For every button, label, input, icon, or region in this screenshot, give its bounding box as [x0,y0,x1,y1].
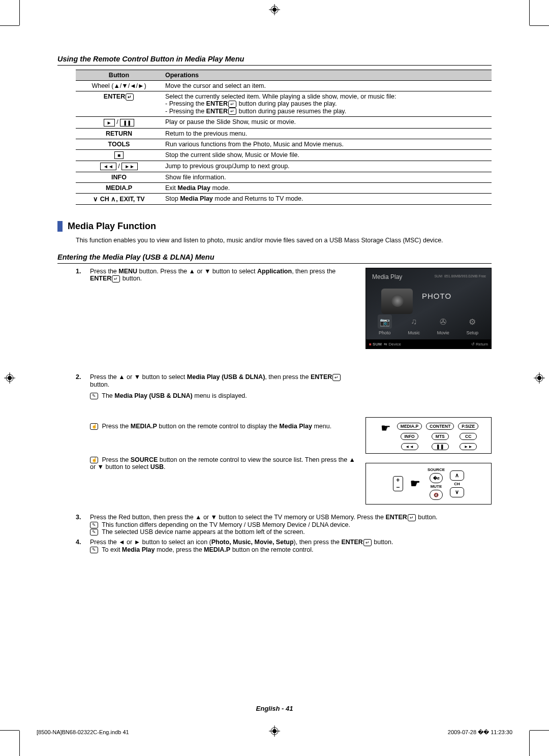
tv-bottom-right: ↺ Return [471,342,488,346]
psize-button: P.SIZE [458,423,478,430]
section2-desc: This function enables you to view and li… [76,237,492,244]
remote-diagram-2: +− ☛ SOURCE �đ MUTE 🔇 ∧ CH ∨ [365,463,492,505]
t: ENTER [341,539,362,546]
tv-icon-row: 📷Photo ♫Music ✇Movie ⚙Setup [366,314,491,335]
t: , then press the [265,373,311,381]
t: 851.86MB/993.02MB Free [444,274,486,278]
mute-button: 🔇 [430,490,443,500]
enter-icon: ↵ [228,101,236,108]
btn-cell: RETURN [76,128,162,139]
tv-thumbnail: Media Play SUM 851.86MB/993.02MB Free PH… [365,268,492,349]
tv-bottom-left: ■ SUM ⇆ Device [369,342,401,346]
volume-rocker: +− [393,476,403,491]
t: Press the [102,456,130,463]
t: To exit [102,546,122,553]
step-text: Press the MENU button. Press the ▲ or ▼ … [90,268,365,282]
t: mode, press the [155,546,204,553]
t: button. [372,539,393,546]
op-cell: Stop the current slide show, Music or Mo… [162,149,492,161]
cc-button: CC [460,433,477,440]
t: button on the remote control to display … [157,423,279,430]
stop-icon: ■ [114,151,124,159]
btn-cell: ■ [76,149,162,161]
enter-icon: ↵ [228,108,236,115]
ch-down-button: ∨ [450,487,464,497]
tip-icon: ☝ [90,457,98,463]
t: SOURCE [131,456,158,463]
step-num: 2. [76,373,90,381]
t: button. [90,381,109,388]
t: ), then press the [294,539,342,546]
crop-mark [19,0,20,25]
section2-header: Media Play Function [57,221,492,232]
mts-button: MTS [432,433,449,440]
t: Press the Red button, then press the ▲ o… [90,514,385,521]
ch-label: CH [454,482,460,486]
registration-mark-icon [534,372,545,384]
t: ENTER [385,514,407,521]
ff-button: ►► [460,443,477,450]
op-cell: Show file information. [162,172,492,183]
print-footer-left: [8500-NA]BN68-02322C-Eng.indb 41 [37,729,129,736]
t: button. Press the ▲ or ▼ button to selec… [137,268,257,275]
source-button: �đ [430,473,443,483]
op-cell: Move the cursor and select an item. [162,81,492,91]
t: . [164,463,165,470]
btn-cell: MEDIA.P [76,183,162,194]
step-num: 3. [76,514,90,521]
op-cell: Jump to previous group/Jump to next grou… [162,161,492,172]
op-cell: Stop Media Play mode and Returns to TV m… [162,194,492,205]
tv-icon-music: ♫Music [407,314,421,335]
t: Photo [379,330,391,335]
section3-title: Entering the Media Play (USB & DLNA) Men… [57,253,492,264]
note-icon: ✎ [90,547,98,553]
op-cell: Return to the previous menu. [162,128,492,139]
enter-icon: ↵ [363,539,372,546]
tv-icon-photo: 📷Photo [378,314,392,335]
movie-icon: ✇ [436,314,450,329]
op-cell: Play or pause the Slide Show, music or m… [162,117,492,128]
t: Press the [90,268,118,275]
pointer-hand-icon: ☛ [408,478,422,489]
rewind-icon: ◄◄ [100,163,116,170]
pointer-hand-icon: ☛ [379,423,393,450]
btn-cell: ◄◄ / ►► [76,161,162,172]
col-operations: Operations [162,70,492,81]
page: Using the Remote Control Button in Media… [0,0,549,756]
ff-icon: ►► [121,163,138,170]
t: Press the ▲ or ▼ button to select [90,373,187,381]
t: MENU [118,268,137,275]
t: Movie [437,330,449,335]
enter-icon: ↵ [126,93,134,101]
info-button: INFO [401,433,418,440]
content-button: CONTENT [426,423,454,430]
op-cell: Select the currently selected item. Whil… [162,91,492,117]
btn-cell: Wheel (▲/▼/◄/►) [76,81,162,91]
t: Music [408,330,420,335]
section2-title: Media Play Function [68,221,156,232]
t: SUM [373,342,382,346]
camera-icon: 📷 [378,314,392,329]
mediap-button: MEDIA.P [397,423,422,430]
enter-icon: ↵ [332,374,341,381]
crop-mark [530,25,549,26]
t: Return [476,342,488,346]
tv-icon-setup: ⚙Setup [465,314,479,335]
t: MEDIA.P [131,423,157,430]
t: Media Play (USB & DLNA) [114,392,193,399]
t: button on the remote control. [230,546,313,553]
op-cell: Exit Media Play mode. [162,183,492,194]
t: Photo, Music, Movie, Setup [211,539,294,546]
blue-bar-icon [57,221,63,232]
note-icon: ✎ [90,393,98,399]
btn-cell: ► / ❚❚ [76,117,162,128]
t: ENTER [90,275,111,282]
mute-label: MUTE [431,484,442,489]
note-icon: ✎ [90,522,98,528]
crop-mark [529,0,530,25]
t: , then press the [292,268,336,275]
rew-button: ◄◄ [401,443,418,450]
remote-diagram-1: ☛ MEDIA.P INFO ◄◄ CONTENT MTS ❚❚ P.SI [365,417,492,454]
t: menu is displayed. [193,392,247,399]
t: menu. [312,423,331,430]
